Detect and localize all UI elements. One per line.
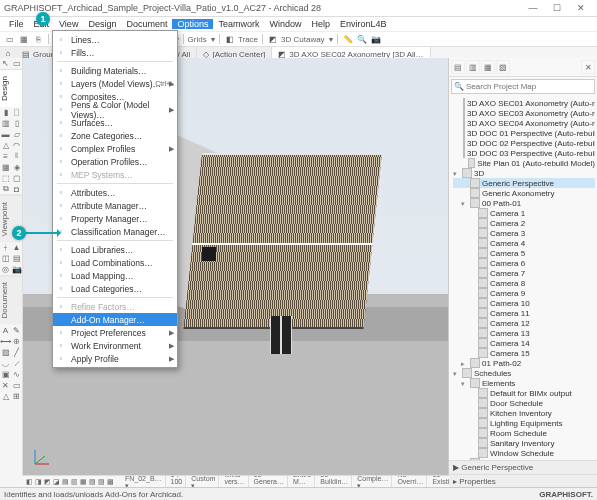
zone-tool-icon[interactable]: ▢ [11, 173, 22, 184]
menu-item-lines[interactable]: ▫Lines… [53, 33, 177, 46]
navigator-tree[interactable]: 3D AXO SEC01 Axonometry (Auto-rebuild Mo… [449, 96, 597, 460]
close-button[interactable]: ✕ [569, 3, 593, 13]
dim-tool-icon[interactable]: ⟷ [0, 336, 11, 347]
text-tool-icon[interactable]: A [0, 325, 11, 336]
menu-item-work-environment[interactable]: ▫Work Environment▶ [53, 339, 177, 352]
ie-tool-icon[interactable]: ◫ [0, 253, 11, 264]
change-tool-icon[interactable]: △ [0, 391, 11, 402]
axis-widget[interactable] [31, 446, 53, 468]
navigator-search-input[interactable] [464, 81, 592, 92]
tree-node[interactable]: Camera 12 [453, 318, 595, 328]
tree-twist-icon[interactable]: ▾ [461, 198, 468, 208]
menu-item-operation-profiles[interactable]: ▫Operation Profiles… [53, 155, 177, 168]
menu-item-building-materials[interactable]: ▫Building Materials… [53, 64, 177, 77]
minimize-button[interactable]: — [521, 3, 545, 13]
menu-item-attribute-manager[interactable]: ▫Attribute Manager… [53, 199, 177, 212]
menu-help[interactable]: Help [307, 19, 336, 29]
beam-tool-icon[interactable]: ▬ [0, 129, 11, 140]
figure-tool-icon[interactable]: ▭ [11, 380, 22, 391]
tree-node[interactable]: Kitchen Inventory [453, 408, 595, 418]
menu-item-fills[interactable]: ▫Fills… [53, 46, 177, 59]
section-tool-icon[interactable]: ⟊ [0, 242, 11, 253]
tree-node[interactable]: ▾Schedules [453, 368, 595, 378]
shell-tool-icon[interactable]: ◠ [11, 140, 22, 151]
tree-node[interactable]: Generic Perspective [453, 178, 595, 188]
quick-option-icon[interactable]: ▦ [80, 477, 87, 487]
tree-node[interactable]: Default for BIMx output [453, 388, 595, 398]
tree-node[interactable]: Camera 7 [453, 268, 595, 278]
grid-tool-icon[interactable]: ⊞ [11, 391, 22, 402]
trace-icon[interactable]: ◧ [224, 33, 236, 45]
morph-tool-icon[interactable]: ◈ [11, 162, 22, 173]
stair-tool-icon[interactable]: ≡ [0, 151, 11, 162]
curtainwall-tool-icon[interactable]: ▦ [0, 162, 11, 173]
hotspot-tool-icon[interactable]: ✕ [0, 380, 11, 391]
grids-label[interactable]: Grids [188, 35, 207, 44]
tree-node[interactable]: Site Plan 01 (Auto-rebuild Model) [453, 158, 595, 168]
navigator-search[interactable]: 🔍 [451, 79, 595, 94]
cutaway-label[interactable]: 3D Cutaway [281, 35, 325, 44]
new-icon[interactable]: ▭ [4, 33, 16, 45]
menu-window[interactable]: Window [264, 19, 306, 29]
mesh-tool-icon[interactable]: ⧉ [0, 184, 11, 195]
tree-node[interactable]: ▾3D [453, 168, 595, 178]
quick-option-icon[interactable]: ◧ [26, 477, 33, 487]
toolbox-group-design[interactable]: Design [0, 69, 22, 107]
menu-item-add-on-manager[interactable]: ▫Add-On Manager… [53, 313, 177, 326]
line-tool-icon[interactable]: ╱ [11, 347, 22, 358]
menu-item-attributes[interactable]: ▫Attributes… [53, 186, 177, 199]
quick-option-icon[interactable]: ▥ [71, 477, 78, 487]
tree-node[interactable]: Camera 11 [453, 308, 595, 318]
nav-publisher-icon[interactable]: ▧ [496, 60, 510, 74]
menu-item-project-preferences[interactable]: ▫Project Preferences▶ [53, 326, 177, 339]
find-icon[interactable]: 🔍 [356, 33, 368, 45]
menu-item-pens-color-model-views[interactable]: ▫Pens & Color (Model Views)…▶ [53, 103, 177, 116]
roof-tool-icon[interactable]: △ [0, 140, 11, 151]
menu-environlab[interactable]: EnvironL4B [335, 19, 392, 29]
cutaway-icon[interactable]: ◩ [267, 33, 279, 45]
arrow-tool-icon[interactable]: ↖ [0, 58, 11, 69]
quick-option-icon[interactable]: ◪ [53, 477, 60, 487]
tree-node[interactable]: Camera 13 [453, 328, 595, 338]
quick-option-icon[interactable]: ▧ [89, 477, 96, 487]
tree-twist-icon[interactable]: ▾ [453, 368, 460, 378]
tree-node[interactable]: Camera 15 [453, 348, 595, 358]
tree-node[interactable]: Camera 3 [453, 228, 595, 238]
tree-node[interactable]: 3D AXO SEC03 Axonometry (Auto-rebuild Mo… [453, 108, 595, 118]
menu-item-classification-manager[interactable]: ▫Classification Manager… [53, 225, 177, 238]
tree-node[interactable]: Sanitary Inventory [453, 438, 595, 448]
menu-item-surfaces[interactable]: ▫Surfaces… [53, 116, 177, 129]
label-tool-icon[interactable]: ✎ [11, 325, 22, 336]
tree-node[interactable]: Camera 5 [453, 248, 595, 258]
tree-node[interactable]: ▾Elements [453, 378, 595, 388]
worksheet-tool-icon[interactable]: ▤ [11, 253, 22, 264]
quick-option-icon[interactable]: ◨ [35, 477, 42, 487]
menu-item-load-mapping[interactable]: ▫Load Mapping… [53, 269, 177, 282]
opening-tool-icon[interactable]: ◘ [11, 184, 22, 195]
elevation-tool-icon[interactable]: ▲ [11, 242, 22, 253]
tree-node[interactable]: 3D AXO SEC04 Axonometry (Auto-rebuild Mo… [453, 118, 595, 128]
polyline-tool-icon[interactable]: ⟋ [11, 358, 22, 369]
quick-option-icon[interactable]: ◩ [44, 477, 51, 487]
tree-node[interactable]: Camera 8 [453, 278, 595, 288]
measure-icon[interactable]: 📏 [342, 33, 354, 45]
camera-tool-icon[interactable]: 📷 [11, 264, 22, 275]
object-tool-icon[interactable]: ⬚ [0, 173, 11, 184]
menu-options[interactable]: Options [172, 19, 213, 29]
toolbox-group-document[interactable]: Document [0, 275, 22, 324]
marquee-tool-icon[interactable]: ▭ [11, 58, 22, 69]
tree-node[interactable]: Generic Axonometry [453, 188, 595, 198]
nav-close-icon[interactable]: ✕ [581, 60, 595, 74]
window-tool-icon[interactable]: ▥ [0, 118, 11, 129]
tree-twist-icon[interactable]: ▸ [461, 358, 468, 368]
open-icon[interactable]: ▦ [18, 33, 30, 45]
menu-design[interactable]: Design [83, 19, 121, 29]
nav-viewmap-icon[interactable]: ▥ [466, 60, 480, 74]
tree-twist-icon[interactable]: ▾ [453, 168, 460, 178]
railing-tool-icon[interactable]: ⦀ [11, 151, 22, 162]
camera-icon[interactable]: 📷 [370, 33, 382, 45]
menu-item-load-categories[interactable]: ▫Load Categories… [53, 282, 177, 295]
tree-node[interactable]: Window Schedule [453, 448, 595, 458]
tree-node[interactable]: Camera 6 [453, 258, 595, 268]
detail-tool-icon[interactable]: ◎ [0, 264, 11, 275]
